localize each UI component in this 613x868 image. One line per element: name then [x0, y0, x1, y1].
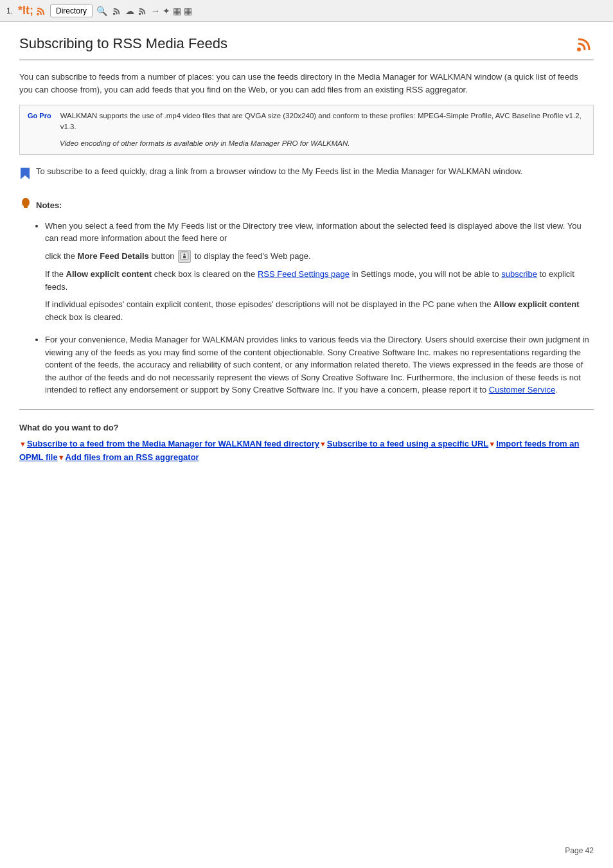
note1-after-btn: to display the feed's Web page.: [195, 251, 311, 261]
what-link-2[interactable]: Subscribe to a feed using a specific URL: [327, 439, 488, 448]
note1-btn-label: More Feed Details: [78, 251, 149, 261]
tip-text: To subscribe to a feed quickly, drag a l…: [36, 165, 522, 178]
svg-point-2: [139, 12, 141, 15]
directory-button[interactable]: Directory: [50, 4, 93, 17]
notes-header: Notes:: [19, 197, 594, 213]
note-item-2: For your convenience, Media Manager for …: [45, 333, 594, 396]
gopro-box: Go Pro WALKMAN supports the use of .mp4 …: [19, 105, 594, 155]
note1-btn-line: click the More Feed Details button to di…: [45, 250, 594, 263]
svg-point-0: [37, 13, 39, 15]
gopro-text: WALKMAN supports the use of .mp4 video f…: [60, 111, 585, 133]
what-section: What do you want to do? ▼Subscribe to a …: [19, 423, 594, 465]
rss-icon-header: [576, 35, 594, 53]
notes-icon: [19, 197, 32, 213]
section-divider: [19, 409, 594, 410]
note1-para2: If the Allow explicit content check box …: [45, 268, 594, 293]
bullet-2: ▼: [319, 440, 326, 448]
svg-marker-4: [21, 168, 30, 179]
svg-point-7: [24, 198, 27, 200]
rss-icon-3: [138, 6, 147, 15]
svg-rect-10: [183, 256, 186, 258]
note-item-1: When you select a feed from the My Feeds…: [45, 220, 594, 324]
what-link-1[interactable]: Subscribe to a feed from the Media Manag…: [27, 439, 319, 448]
what-title: What do you want to do?: [19, 423, 594, 432]
note1-allow-explicit: Allow explicit content: [66, 269, 152, 279]
gopro-label: Go Pro: [28, 111, 51, 121]
toolbar-number: 1.: [6, 6, 13, 15]
what-links: ▼Subscribe to a feed from the Media Mana…: [19, 438, 594, 465]
note1-allow-explicit-2: Allow explicit content: [493, 299, 580, 309]
tip-icon: [19, 166, 31, 186]
toolbar-icon-grid1: ▦: [173, 6, 181, 16]
subscribe-link[interactable]: subscribe: [501, 269, 537, 279]
gopro-line2: Video encoding of other formats is avail…: [60, 138, 585, 149]
page-header: Subscribing to RSS Media Feeds: [19, 35, 594, 60]
toolbar-icon-arrow: →: [151, 6, 160, 16]
what-link-4[interactable]: Add files from an RSS aggregator: [66, 452, 199, 462]
rss-icon-toolbar: *lt;: [18, 4, 33, 17]
note1-main: When you select a feed from the My Feeds…: [45, 221, 582, 244]
notes-list: When you select a feed from the My Feeds…: [45, 220, 594, 396]
notes-section: Notes: When you select a feed from the M…: [19, 197, 594, 396]
bullet-3: ▼: [488, 440, 495, 448]
toolbar-icon-star: ✦: [163, 6, 170, 16]
bullet-4: ▼: [58, 454, 65, 461]
tip-box: To subscribe to a feed quickly, drag a l…: [19, 165, 594, 186]
toolbar-icon-grid2: ▦: [184, 6, 192, 16]
more-feed-details-button-icon[interactable]: [178, 250, 191, 263]
rss-icon-1: [36, 6, 46, 16]
rss-icon-2: [112, 6, 121, 15]
svg-point-9: [184, 254, 186, 256]
intro-text: You can subscribe to feeds from a number…: [19, 71, 594, 96]
rss-feed-settings-link[interactable]: RSS Feed Settings page: [258, 269, 350, 279]
gopro-line1: WALKMAN supports the use of .mp4 video f…: [60, 112, 582, 130]
bullet-1: ▼: [19, 440, 26, 448]
customer-service-link[interactable]: Customer Service: [489, 385, 555, 394]
note1-para3: If individual episodes' contain explicit…: [45, 298, 594, 323]
note2-end: .: [555, 385, 558, 394]
page-title: Subscribing to RSS Media Feeds: [19, 35, 227, 52]
notes-label: Notes:: [36, 200, 62, 210]
svg-point-3: [577, 48, 581, 51]
svg-rect-6: [24, 206, 28, 208]
svg-point-1: [113, 12, 116, 15]
main-content: Subscribing to RSS Media Feeds You can s…: [0, 22, 613, 490]
search-icon[interactable]: 🔍: [96, 6, 107, 16]
page-number: Page 42: [565, 846, 594, 855]
toolbar-icon-wifi: ☁: [125, 6, 134, 16]
toolbar: 1. *lt; Directory 🔍 ☁ → ✦ ▦ ▦: [0, 0, 613, 22]
